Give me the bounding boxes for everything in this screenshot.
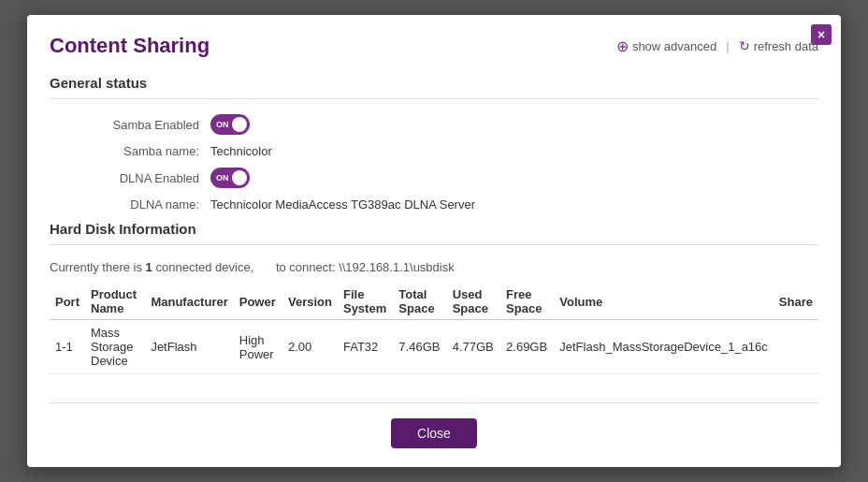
pipe-divider: | [726, 39, 729, 53]
modal-header: Content Sharing ⊕ show advanced | ↻ refr… [50, 34, 818, 58]
table-cell: High Power [234, 320, 282, 374]
modal-footer: Close [50, 402, 818, 448]
modal-title: Content Sharing [50, 34, 210, 58]
close-button[interactable]: Close [391, 418, 477, 448]
show-advanced-label: show advanced [632, 39, 716, 53]
table-row: 1-1Mass Storage DeviceJetFlashHigh Power… [50, 320, 818, 374]
table-header: Port Product Name Manufacturer Power Ver… [50, 284, 818, 320]
dlna-enabled-row: DLNA Enabled ON [87, 168, 818, 188]
dlna-toggle-knob [232, 170, 247, 185]
samba-toggle-knob [232, 117, 247, 132]
hard-disk-table: Port Product Name Manufacturer Power Ver… [50, 284, 818, 374]
table-header-row: Port Product Name Manufacturer Power Ver… [50, 284, 818, 320]
samba-toggle-on-label: ON [216, 120, 229, 129]
col-file-system: File System [338, 284, 393, 320]
refresh-icon: ↻ [739, 38, 750, 53]
col-volume: Volume [554, 284, 774, 320]
table-cell: 1-1 [50, 320, 85, 374]
col-used-space: Used Space [447, 284, 500, 320]
dlna-enabled-toggle[interactable]: ON [210, 168, 250, 188]
to-connect-path: \\192.168.1.1\usbdisk [339, 260, 455, 274]
dlna-name-value: Technicolor MediaAccess TG389ac DLNA Ser… [210, 197, 475, 212]
dlna-enabled-label: DLNA Enabled [87, 171, 199, 185]
samba-enabled-toggle[interactable]: ON [210, 114, 250, 135]
table-cell: FAT32 [338, 320, 393, 374]
hard-disk-section: Hard Disk Information Currently there is… [50, 221, 818, 374]
dlna-name-row: DLNA name: Technicolor MediaAccess TG389… [87, 197, 818, 212]
table-body: 1-1Mass Storage DeviceJetFlashHigh Power… [50, 320, 818, 374]
show-advanced-link[interactable]: ⊕ show advanced [616, 37, 716, 55]
header-actions: ⊕ show advanced | ↻ refresh data [616, 37, 818, 55]
dlna-toggle-on-label: ON [216, 173, 229, 183]
table-cell: Mass Storage Device [85, 320, 145, 374]
to-connect-label: to connect: [276, 260, 336, 274]
col-version: Version [282, 284, 338, 320]
samba-name-label: Samba name: [87, 144, 199, 158]
table-cell [774, 320, 818, 374]
refresh-data-link[interactable]: ↻ refresh data [739, 38, 818, 53]
samba-name-value: Technicolor [210, 144, 272, 158]
samba-enabled-row: Samba Enabled ON [87, 114, 818, 135]
connected-text-prefix: Currently there is [50, 260, 142, 274]
table-cell: 2.69GB [500, 320, 554, 374]
col-total-space: Total Space [393, 284, 446, 320]
hard-disk-title: Hard Disk Information [50, 221, 818, 237]
samba-name-row: Samba name: Technicolor [87, 144, 818, 158]
refresh-data-label: refresh data [754, 39, 818, 53]
general-status-title: General status [50, 75, 818, 91]
general-status-section: General status Samba Enabled ON Samba na… [50, 75, 818, 212]
table-cell: JetFlash [145, 320, 233, 374]
table-cell: 4.77GB [447, 320, 500, 374]
table-cell: JetFlash_MassStorageDevice_1_a16c [554, 320, 774, 374]
modal-dialog: × Content Sharing ⊕ show advanced | ↻ re… [27, 15, 841, 467]
col-share: Share [774, 284, 818, 320]
dlna-name-label: DLNA name: [87, 197, 199, 212]
table-cell: 2.00 [282, 320, 338, 374]
col-manufacturer: Manufacturer [145, 284, 233, 320]
general-status-divider [50, 98, 818, 99]
connected-text-suffix: connected device, [155, 260, 253, 274]
connected-count: 1 [146, 260, 152, 274]
connected-info: Currently there is 1 connected device, t… [50, 260, 818, 274]
plus-icon: ⊕ [616, 37, 629, 55]
col-free-space: Free Space [500, 284, 554, 320]
hard-disk-divider [50, 244, 818, 245]
col-product-name: Product Name [85, 284, 145, 320]
table-cell: 7.46GB [393, 320, 446, 374]
samba-enabled-label: Samba Enabled [87, 118, 199, 132]
col-port: Port [50, 284, 85, 320]
overlay: × Content Sharing ⊕ show advanced | ↻ re… [0, 0, 868, 482]
modal-x-close-button[interactable]: × [811, 24, 832, 45]
col-power: Power [234, 284, 282, 320]
